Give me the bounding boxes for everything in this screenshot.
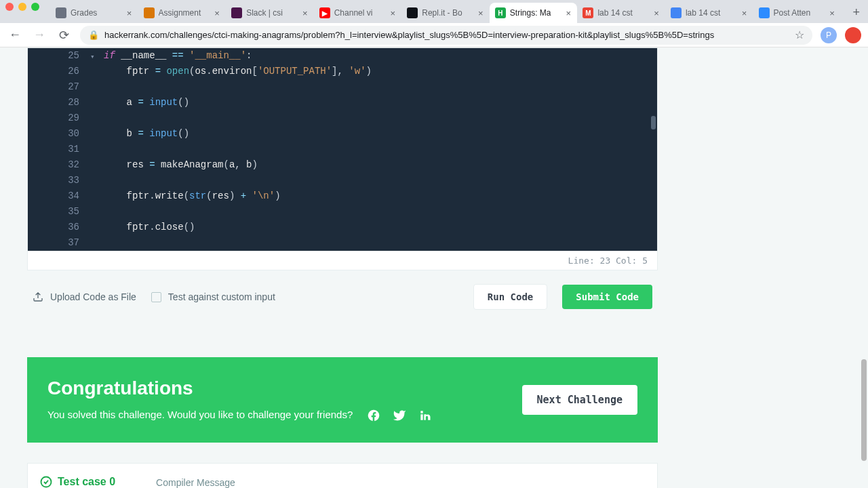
tab-title: lab 14 cst xyxy=(686,8,736,18)
tab-favicon xyxy=(759,7,770,18)
tab-title: Post Atten xyxy=(774,8,824,18)
browser-toolbar: ← → ⟳ 🔒 hackerrank.com/challenges/ctci-m… xyxy=(0,23,868,47)
browser-tab-3[interactable]: ▶Channel vi× xyxy=(314,3,402,23)
window-minimize[interactable] xyxy=(18,3,26,11)
tab-favicon: ▶ xyxy=(319,7,330,18)
browser-tab-4[interactable]: Repl.it - Bo× xyxy=(401,3,490,23)
tab-favicon xyxy=(407,7,418,18)
reload-button[interactable]: ⟳ xyxy=(56,28,72,43)
window-maximize[interactable] xyxy=(31,3,39,11)
tab-title: lab 14 cst xyxy=(597,8,648,18)
tab-close-icon[interactable]: × xyxy=(125,8,134,18)
lock-icon: 🔒 xyxy=(88,30,99,40)
window-controls xyxy=(5,3,39,11)
profile-avatar[interactable]: P xyxy=(821,27,837,43)
browser-tab-bar: Grades×Assignment×Slack | csi×▶Channel v… xyxy=(0,0,868,23)
tab-title: Repl.it - Bo xyxy=(422,8,472,18)
browser-tab-8[interactable]: Post Atten× xyxy=(753,3,842,23)
tab-favicon xyxy=(56,7,66,18)
browser-tab-7[interactable]: lab 14 cst× xyxy=(665,3,753,23)
forward-button[interactable]: → xyxy=(31,28,47,42)
bookmark-star-icon[interactable]: ☆ xyxy=(795,28,804,41)
tab-favicon xyxy=(144,7,155,18)
tab-close-icon[interactable]: × xyxy=(564,8,573,18)
browser-tab-0[interactable]: Grades× xyxy=(50,3,138,23)
tab-close-icon[interactable]: × xyxy=(388,8,397,18)
tab-favicon: M xyxy=(583,7,593,18)
tab-close-icon[interactable]: × xyxy=(300,8,310,18)
tab-close-icon[interactable]: × xyxy=(652,8,661,18)
url-text: hackerrank.com/challenges/ctci-making-an… xyxy=(104,30,789,40)
address-bar[interactable]: 🔒 hackerrank.com/challenges/ctci-making-… xyxy=(80,26,812,45)
tab-favicon xyxy=(231,7,242,18)
browser-tab-5[interactable]: HStrings: Ma× xyxy=(490,3,578,23)
tab-title: Strings: Ma xyxy=(510,8,560,18)
tab-close-icon[interactable]: × xyxy=(827,8,837,18)
tab-favicon: H xyxy=(495,7,506,18)
tab-title: Channel vi xyxy=(334,8,384,18)
tab-title: Grades xyxy=(71,8,121,18)
tab-title: Assignment xyxy=(159,8,209,18)
new-tab-button[interactable]: + xyxy=(852,5,860,20)
tab-favicon xyxy=(671,7,682,18)
tab-close-icon[interactable]: × xyxy=(212,8,222,18)
browser-tab-6[interactable]: Mlab 14 cst× xyxy=(577,3,665,23)
tab-close-icon[interactable]: × xyxy=(476,8,486,18)
browser-tab-1[interactable]: Assignment× xyxy=(138,3,226,23)
window-close[interactable] xyxy=(5,3,14,11)
tab-title: Slack | csi xyxy=(246,8,296,18)
tab-close-icon[interactable]: × xyxy=(740,8,749,18)
extension-icon[interactable] xyxy=(845,27,861,43)
back-button[interactable]: ← xyxy=(7,28,23,42)
browser-tab-2[interactable]: Slack | csi× xyxy=(226,3,314,23)
